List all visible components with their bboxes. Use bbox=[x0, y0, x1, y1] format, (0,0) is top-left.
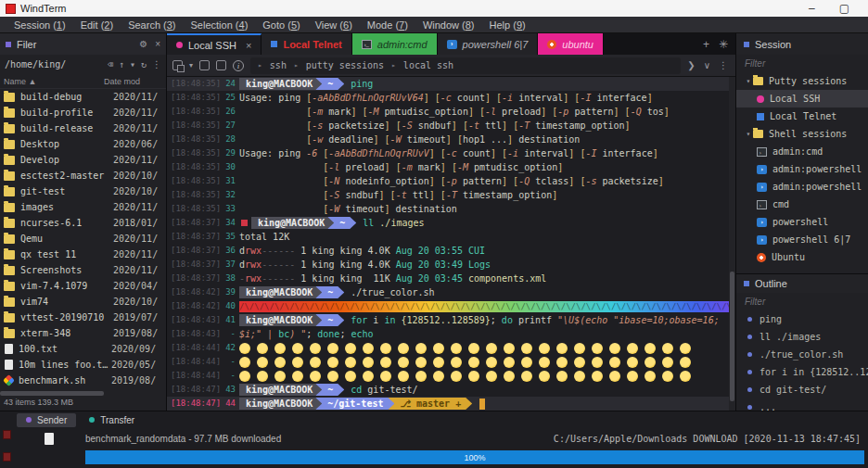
expand-caret-icon[interactable]: ▾ bbox=[744, 77, 753, 85]
powershell-icon: › bbox=[447, 40, 457, 49]
breadcrumb[interactable]: ▸ssh▸putty sessions▸local ssh bbox=[250, 57, 681, 74]
file-row[interactable]: esctest2-master2020/10/ bbox=[0, 168, 166, 183]
file-row[interactable]: vim742020/10/ bbox=[0, 294, 166, 310]
emoji-glyph: 🙀 bbox=[451, 371, 462, 382]
session-item-local-ssh[interactable]: Local SSH bbox=[736, 90, 868, 108]
line-timestamp: [18:48:35] bbox=[167, 119, 219, 133]
emoji-glyph: 😱 bbox=[645, 357, 656, 368]
file-row[interactable]: 10m_lines_foo.t…2020/05/ bbox=[0, 357, 166, 373]
new-tab-icon[interactable] bbox=[172, 60, 183, 70]
tab-ubuntu[interactable]: ubuntu bbox=[538, 33, 604, 55]
terminal-line: [18:48:35]25Usage: ping [-aAbBdDfhLnOqrR… bbox=[167, 91, 735, 105]
session-item-shell-sessions[interactable]: ▾Shell sessions bbox=[736, 125, 868, 143]
true-color-gradient: /\/\/\/\/\/\/\/\/\/\/\/\/\/\/\/\/\/\/\/\… bbox=[239, 301, 735, 312]
menu-item-edit[interactable]: Edit (2) bbox=[74, 19, 120, 32]
menu-item-view[interactable]: View (6) bbox=[309, 19, 359, 32]
filer-refresh-icon[interactable]: ↻ bbox=[141, 59, 147, 70]
terminal-line: [18:48:37]34king@MACBOOK~ll ./images bbox=[167, 216, 735, 230]
outline-item[interactable]: for i in {128512..12 bbox=[736, 363, 868, 381]
new-tab-dropdown-icon[interactable]: ▾ bbox=[189, 61, 193, 70]
tab-local-ssh[interactable]: Local SSH× bbox=[167, 33, 262, 55]
session-item-powershell[interactable]: ›powershell bbox=[736, 213, 868, 231]
terminal-more-icon[interactable]: ⋮ bbox=[719, 60, 728, 70]
terminal-vscrollbar[interactable] bbox=[729, 77, 735, 411]
info-icon[interactable]: i bbox=[233, 60, 244, 71]
file-row[interactable]: vim-7.4.10792020/04/ bbox=[0, 278, 166, 294]
outline-item[interactable]: ll ./images bbox=[736, 328, 868, 346]
menu-item-goto[interactable]: Goto (5) bbox=[256, 19, 306, 32]
menu-item-window[interactable]: Window (8) bbox=[416, 19, 481, 32]
file-row[interactable]: build-release2020/11/ bbox=[0, 120, 166, 136]
session-filter-input[interactable]: Filter bbox=[736, 55, 868, 72]
session-item-local-telnet[interactable]: Local Telnet bbox=[736, 108, 868, 125]
file-row[interactable]: Develop2020/11/ bbox=[0, 152, 166, 168]
file-row[interactable]: qx_test_112020/11/ bbox=[0, 247, 166, 262]
run-icon[interactable]: ❯ bbox=[687, 60, 695, 70]
filer-close-icon[interactable]: × bbox=[155, 39, 160, 49]
line-number: - bbox=[219, 369, 239, 383]
file-row[interactable]: Screenshots2020/11/ bbox=[0, 262, 166, 278]
maximize-button[interactable]: ▢ bbox=[839, 2, 849, 15]
file-row[interactable]: build-debug2020/11/ bbox=[0, 89, 166, 105]
outline-item[interactable]: ./true_color.sh bbox=[736, 346, 868, 363]
main-area: /home/king/ ⌫ ↑ ▾ ↻ ⋮ Name ▲ Date mod bu… bbox=[0, 55, 868, 411]
filer-hscrollbar[interactable] bbox=[0, 390, 166, 397]
detach-tab-icon[interactable] bbox=[216, 60, 226, 70]
filer-settings-icon[interactable]: ⚙ bbox=[139, 39, 147, 49]
outline-item[interactable]: cd git-test/ bbox=[736, 381, 868, 398]
expand-caret-icon[interactable]: ▾ bbox=[744, 130, 753, 138]
session-item-admin-powershell[interactable]: ›admin:powershell bbox=[736, 160, 868, 178]
session-item-admin-powershell[interactable]: ›admin:powershell bbox=[736, 178, 868, 196]
menu-item-search[interactable]: Search (3) bbox=[121, 19, 182, 32]
file-row[interactable]: 100.txt2020/09/ bbox=[0, 341, 166, 357]
file-row[interactable]: xterm-3482019/08/ bbox=[0, 325, 166, 341]
outline-item[interactable]: ping bbox=[736, 310, 868, 328]
minimize-button[interactable]: – bbox=[809, 2, 815, 15]
session-item-admin-cmd[interactable]: ›_admin:cmd bbox=[736, 143, 868, 160]
tab-local-telnet[interactable]: Local Telnet bbox=[262, 33, 351, 55]
file-row[interactable]: git-test2020/10/ bbox=[0, 183, 166, 199]
session-item-cmd[interactable]: ›_cmd bbox=[736, 196, 868, 213]
tab-powershell-6-7[interactable]: ›powershell 6|7 bbox=[438, 33, 539, 55]
filer-up-icon[interactable]: ↑ bbox=[119, 59, 124, 70]
line-timestamp: [18:48:37] bbox=[167, 230, 219, 244]
file-row[interactable]: images2020/11/ bbox=[0, 199, 166, 215]
filer-back-icon[interactable]: ⌫ bbox=[108, 59, 113, 70]
filer-path[interactable]: /home/king/ bbox=[5, 59, 66, 70]
filer-more-icon[interactable]: ⋮ bbox=[152, 59, 161, 70]
file-row[interactable]: vttest-201907102019/07/ bbox=[0, 310, 166, 325]
bottom-tab-transfer[interactable]: Transfer bbox=[80, 413, 144, 427]
column-header-date[interactable]: Date mod bbox=[104, 77, 162, 86]
tab-close-icon[interactable]: × bbox=[246, 40, 251, 51]
file-row[interactable]: build-profile2020/11/ bbox=[0, 105, 166, 120]
filer-dropdown-icon[interactable]: ▾ bbox=[130, 59, 135, 70]
bottom-tab-sender[interactable]: Sender bbox=[17, 413, 76, 427]
menu-item-session[interactable]: Session (1) bbox=[7, 19, 72, 32]
menu-item-help[interactable]: Help (9) bbox=[483, 19, 532, 32]
clone-tab-icon[interactable] bbox=[199, 60, 210, 70]
file-row[interactable]: Desktop2020/06/ bbox=[0, 136, 166, 152]
menu-item-mode[interactable]: Mode (7) bbox=[361, 19, 415, 32]
file-row[interactable]: Qemu2020/11/ bbox=[0, 231, 166, 247]
menu-item-selection[interactable]: Selection (4) bbox=[185, 19, 255, 32]
tab-menu-icon[interactable]: ✳ bbox=[719, 38, 728, 51]
emoji-glyph: 😫 bbox=[539, 357, 550, 368]
folder-icon bbox=[4, 171, 15, 181]
file-row[interactable]: benchmark.sh2019/08/ bbox=[0, 373, 166, 388]
terminal-output[interactable]: [18:48:35]24king@MACBOOK~ping[18:48:35]2… bbox=[167, 77, 735, 411]
bullet-icon bbox=[747, 405, 752, 410]
collapse-icon[interactable]: ∨ bbox=[704, 60, 710, 70]
column-header-name[interactable]: Name ▲ bbox=[4, 77, 104, 86]
tab-admin-cmd[interactable]: ›_admin:cmd bbox=[352, 33, 438, 55]
line-number: 38 bbox=[219, 272, 239, 285]
terminal-line: [18:48:44]-😴😵😶😷😸😹😺😻😼😽😾😿🙀🙁🙂🙃🙄🙅🙆🙇🙈🙉🙊🙋🙌🙍 bbox=[167, 369, 735, 383]
session-item-ubuntu[interactable]: Ubuntu bbox=[736, 248, 868, 266]
file-row[interactable]: ncurses-6.12018/01/ bbox=[0, 215, 166, 231]
add-tab-icon[interactable]: + bbox=[703, 38, 709, 51]
cmd-icon: ›_ bbox=[757, 200, 767, 209]
outline-item[interactable]: ... bbox=[736, 398, 868, 411]
emoji-glyph: 😖 bbox=[627, 343, 638, 354]
session-item-powershell-6-7[interactable]: ›powershell 6|7 bbox=[736, 231, 868, 248]
session-item-putty-sessions[interactable]: ▾Putty sessions bbox=[736, 72, 868, 90]
outline-filter-input[interactable]: Filter bbox=[736, 293, 868, 310]
